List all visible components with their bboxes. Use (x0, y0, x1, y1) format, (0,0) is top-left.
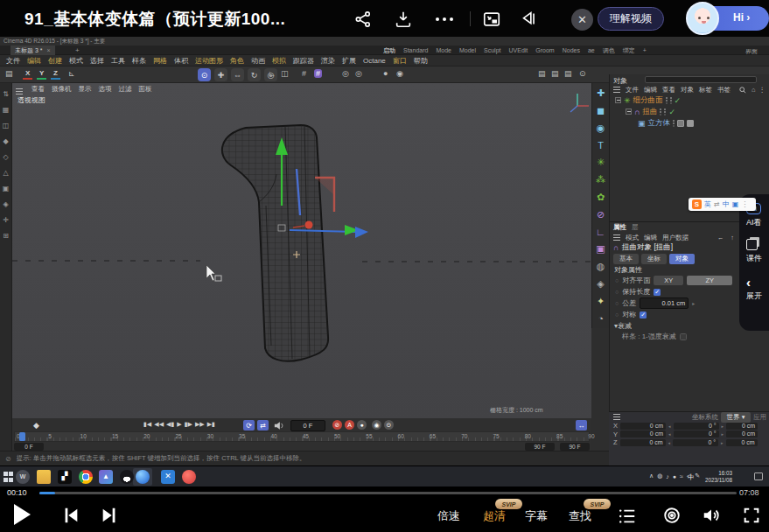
om-search-icon[interactable] (739, 87, 746, 94)
om-panel-icon[interactable]: ⋮ (759, 86, 766, 94)
menu-item[interactable]: 模拟 (272, 56, 286, 66)
tool-button[interactable]: ↻ (248, 68, 261, 81)
transport-button[interactable]: ◀◀ (154, 421, 164, 428)
taskbar-app-8[interactable]: ✕ (161, 470, 175, 484)
mode-tool-icon[interactable]: ⇅ (3, 90, 9, 98)
history-up-icon[interactable]: ↑ (731, 234, 734, 242)
ai-watch-label[interactable]: AI看 (746, 217, 762, 228)
rot-z-input[interactable]: 0 ° (673, 439, 718, 446)
create-tool-icon[interactable]: ◈ (597, 278, 604, 290)
tolerance-input[interactable]: 0.01 cm (640, 298, 689, 309)
size-z-input[interactable]: 0 cm (726, 439, 758, 446)
menu-item[interactable]: 编辑 (27, 56, 41, 66)
keep-checkbox[interactable]: ✓ (654, 289, 661, 296)
render-settings-icon[interactable]: ◉ (396, 69, 403, 78)
om-hamburger-icon[interactable] (613, 87, 620, 88)
menu-item[interactable]: 工具 (111, 56, 125, 66)
record-rotation-icon[interactable]: ⊙ (384, 420, 394, 430)
tray-icon[interactable]: ≈ (680, 473, 683, 480)
tab-close-icon[interactable]: × (47, 47, 51, 53)
share-icon[interactable] (353, 10, 373, 29)
transport-button[interactable]: ◀▮ (166, 421, 174, 428)
record-keyframe-icon[interactable]: ⊘ (332, 420, 342, 430)
play-button[interactable] (14, 504, 31, 525)
menu-item[interactable]: 创建 (48, 56, 62, 66)
taskbar-app-capcut[interactable]: ▞ (58, 470, 72, 484)
mode-tool-icon[interactable]: ◫ (3, 122, 10, 130)
object-search-input[interactable] (645, 76, 757, 83)
range-end-field2[interactable]: 90 F (560, 443, 590, 451)
keyframe-mode-button[interactable]: ⇄ (257, 420, 269, 430)
model-cube-bent[interactable] (222, 125, 328, 361)
understand-video-button[interactable]: 理解视频 (598, 7, 664, 31)
interactive-render-icon[interactable]: ▤ (564, 69, 572, 78)
pos-x-input[interactable]: 0 cm (620, 423, 666, 430)
expander-icon[interactable] (626, 108, 632, 115)
mode-tool-icon[interactable]: ◇ (3, 153, 8, 161)
mode-tool-icon[interactable]: ⊞ (3, 232, 9, 240)
menu-item[interactable]: 渲染 (321, 56, 335, 66)
timeline-expand-icon[interactable]: ↔ (576, 420, 587, 430)
create-tool-icon[interactable]: ⊘ (597, 209, 605, 220)
picture-in-picture-icon[interactable] (482, 10, 501, 29)
menu-item[interactable]: 动画 (251, 56, 265, 66)
tray-icon[interactable]: ♪ (666, 473, 669, 480)
more-icon[interactable] (436, 10, 453, 29)
create-tool-icon[interactable]: ◔ (598, 313, 604, 324)
layer-dots-icon[interactable] (666, 97, 668, 99)
range-end-field[interactable]: 90 F (525, 443, 555, 451)
progress-bar[interactable] (39, 492, 737, 494)
taskbar-app-folder[interactable] (37, 470, 51, 484)
tree-row-bend[interactable]: ∩ 扭曲 ✓ (610, 106, 769, 117)
record-icon[interactable] (662, 506, 682, 525)
close-icon[interactable]: ✕ (571, 9, 593, 31)
translate-more-icon[interactable]: ⋮ (741, 200, 748, 208)
menu-item[interactable]: 角色 (230, 56, 244, 66)
taskbar-app-9[interactable] (182, 470, 196, 484)
create-tool-icon[interactable]: ◼ (597, 105, 605, 116)
create-tool-icon[interactable]: ✳ (597, 157, 605, 168)
size-y-input[interactable]: 0 cm (726, 430, 758, 438)
taskbar-clock[interactable]: 16:03 2023/11/08 (697, 470, 732, 484)
mode-tool-icon[interactable]: ◆ (3, 137, 8, 145)
expander-icon[interactable] (615, 97, 621, 103)
render-view-icon[interactable]: ◎ (342, 69, 349, 78)
tab-coordinates[interactable]: 坐标 (641, 254, 667, 264)
taskbar-app-chrome[interactable] (79, 470, 93, 484)
keyframe-diamond-icon[interactable]: ◆ (33, 421, 39, 430)
start-button[interactable] (3, 472, 14, 482)
download-icon[interactable] (394, 10, 413, 29)
taskbar-app-1[interactable]: w (16, 470, 30, 484)
courseware-icon[interactable] (746, 239, 758, 250)
layer-dots-icon[interactable] (660, 108, 661, 110)
menu-item[interactable]: 模式 (69, 56, 83, 66)
edit-render-settings-icon[interactable]: ▤ (538, 69, 546, 78)
size-x-input[interactable]: 0 cm (726, 423, 758, 430)
snap-icon[interactable]: # (314, 69, 322, 78)
tab-attributes[interactable]: 属性 (613, 223, 626, 232)
next-button[interactable] (100, 506, 119, 525)
ime-indicator[interactable]: 中 (688, 473, 695, 482)
loop-mode-button[interactable]: ⟳ (243, 420, 255, 430)
current-frame-field[interactable]: 0 F (290, 420, 325, 431)
tool-button[interactable]: ⇔ (231, 68, 244, 81)
mode-tool-icon[interactable]: ◈ (3, 200, 8, 208)
layout-tab[interactable]: UVEdit (508, 47, 528, 53)
pos-y-input[interactable]: 0 cm (620, 430, 666, 438)
speed-button[interactable]: 倍速 (437, 508, 460, 524)
menu-item[interactable]: 窗口 (393, 56, 407, 66)
create-tool-icon[interactable]: ◍ (597, 261, 605, 272)
layer-dots-icon[interactable] (664, 108, 666, 110)
om-menu-item[interactable]: 标签 (699, 86, 712, 94)
layout-tab[interactable]: Groom (535, 47, 554, 53)
tray-icon[interactable]: ◍ (657, 472, 662, 480)
om-menu-item[interactable]: 编辑 (644, 86, 657, 94)
tag-icon[interactable] (687, 120, 694, 127)
coord-space-dropdown[interactable]: 世界 ▾ (721, 412, 751, 423)
mode-tool-icon[interactable]: ✛ (3, 216, 9, 224)
autokey-icon[interactable]: A (345, 420, 354, 430)
horn-icon[interactable] (520, 10, 539, 29)
object-name[interactable]: 细分曲面 (633, 95, 663, 106)
notification-center-icon[interactable] (754, 472, 763, 480)
layout-tab[interactable]: Nodes (563, 47, 580, 53)
